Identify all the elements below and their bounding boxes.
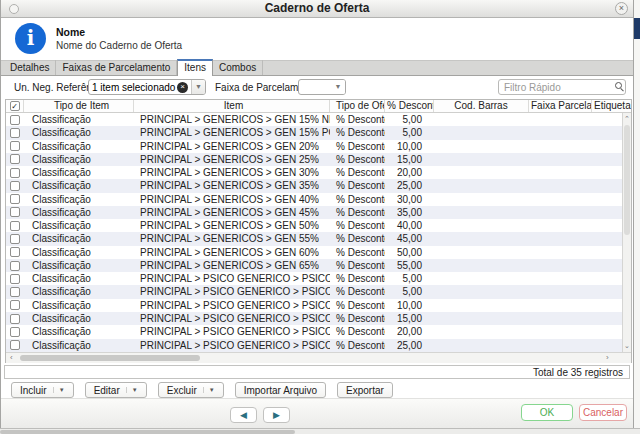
table-row[interactable]: ClassificaçãoPRINCIPAL > GENERICOS > GEN… [6, 166, 622, 179]
page-scroll-thumb[interactable] [0, 430, 295, 434]
tab-bar: Detalhes Faixas de Parcelamento Itens Co… [1, 60, 633, 76]
tab-faixas-de-parcelamento[interactable]: Faixas de Parcelamento [56, 60, 177, 75]
horizontal-scroll-thumb[interactable] [20, 355, 200, 361]
table-row[interactable]: ClassificaçãoPRINCIPAL > GENERICOS > GEN… [6, 179, 622, 192]
column-header-tipo-de-oferta[interactable]: Tipo de Oferta [330, 100, 385, 112]
cell-faixa-parcelamento [529, 272, 592, 285]
table-row[interactable]: ClassificaçãoPRINCIPAL > GENERICOS > GEN… [6, 219, 622, 232]
quick-filter-input[interactable] [498, 79, 626, 95]
row-checkbox[interactable] [10, 314, 20, 324]
previous-page-button[interactable]: ◀ [230, 407, 257, 423]
editar-button[interactable]: Editar▼ [85, 382, 147, 398]
table-row[interactable]: ClassificaçãoPRINCIPAL > PSICO GENERICO … [6, 325, 622, 338]
caret-down-icon[interactable]: ▼ [53, 387, 65, 393]
row-checkbox[interactable] [10, 247, 20, 257]
table-row[interactable]: ClassificaçãoPRINCIPAL > PSICO GENERICO … [6, 299, 622, 312]
table-row[interactable]: ClassificaçãoPRINCIPAL > GENERICOS > GEN… [6, 140, 622, 153]
cell-item: PRINCIPAL > GENERICOS > GEN 30% [134, 166, 330, 179]
row-checkbox[interactable] [10, 234, 20, 244]
chevron-down-icon[interactable]: ▼ [191, 80, 205, 94]
table-row[interactable]: ClassificaçãoPRINCIPAL > GENERICOS > GEN… [6, 113, 622, 126]
cell-item: PRINCIPAL > GENERICOS > GEN 45% [134, 206, 330, 219]
cell-desconto: 45,00 [385, 232, 434, 245]
table-row[interactable]: ClassificaçãoPRINCIPAL > GENERICOS > GEN… [6, 259, 622, 272]
column-header-item[interactable]: Item [134, 100, 330, 112]
vertical-scroll-thumb[interactable] [624, 125, 630, 235]
table-row[interactable]: ClassificaçãoPRINCIPAL > PSICO GENERICO … [6, 312, 622, 325]
column-header-faixa-parcelamento[interactable]: Faixa Parcelamento [529, 100, 592, 112]
incluir-button[interactable]: Incluir▼ [11, 382, 74, 398]
row-checkbox-cell [6, 285, 24, 298]
row-checkbox[interactable] [10, 300, 20, 310]
cell-cod-barras [434, 285, 529, 298]
horizontal-scrollbar[interactable]: ‹ › [6, 352, 631, 363]
select-all-checkbox[interactable]: ✓ [10, 101, 20, 111]
table-row[interactable]: ClassificaçãoPRINCIPAL > GENERICOS > GEN… [6, 193, 622, 206]
cell-tipo-de-oferta: % Desconto [330, 272, 385, 285]
importar-arquivo-button[interactable]: Importar Arquivo [235, 382, 326, 398]
table-row[interactable]: ClassificaçãoPRINCIPAL > PSICO GENERICO … [6, 339, 622, 352]
tab-combos[interactable]: Combos [213, 60, 263, 75]
row-checkbox-cell [6, 232, 24, 245]
table-row[interactable]: ClassificaçãoPRINCIPAL > GENERICOS > GEN… [6, 153, 622, 166]
cell-desconto: 10,00 [385, 299, 434, 312]
chevron-down-icon[interactable]: ▼ [331, 80, 345, 94]
row-checkbox[interactable] [10, 327, 20, 337]
tab-itens[interactable]: Itens [177, 59, 213, 76]
caderno-de-oferta-dialog: Caderno de Oferta × i Nome Nome do Cader… [0, 0, 634, 428]
excluir-button[interactable]: Excluir▼ [158, 382, 224, 398]
row-checkbox[interactable] [10, 154, 20, 164]
row-checkbox-cell [6, 299, 24, 312]
row-checkbox[interactable] [10, 207, 20, 217]
row-checkbox[interactable] [10, 141, 20, 151]
scroll-up-icon[interactable]: ⌃ [623, 115, 631, 123]
close-icon[interactable]: × [615, 2, 628, 15]
row-checkbox[interactable] [10, 340, 20, 350]
page-horizontal-scrollbar[interactable] [0, 428, 640, 434]
cell-cod-barras [434, 113, 529, 126]
row-checkbox[interactable] [10, 128, 20, 138]
caret-down-icon[interactable]: ▼ [203, 387, 215, 393]
scroll-left-icon[interactable]: ‹ [10, 353, 13, 363]
vertical-scrollbar[interactable]: ⌃ ⌄ [622, 113, 631, 352]
cell-faixa-parcelamento [529, 140, 592, 153]
row-checkbox[interactable] [10, 287, 20, 297]
row-checkbox[interactable] [10, 168, 20, 178]
cell-tipo-de-oferta: % Desconto [330, 259, 385, 272]
table-row[interactable]: ClassificaçãoPRINCIPAL > PSICO GENERICO … [6, 272, 622, 285]
faixa-de-parcelamento-select[interactable]: ▼ [298, 79, 346, 95]
clear-icon[interactable]: × [177, 82, 188, 93]
row-checkbox[interactable] [10, 261, 20, 271]
caret-down-icon[interactable]: ▼ [126, 387, 138, 393]
ok-button[interactable]: OK [521, 404, 573, 421]
cell-item: PRINCIPAL > PSICO GENERICO > PSICO ANTIB… [134, 312, 330, 325]
row-checkbox[interactable] [10, 115, 20, 125]
table-row[interactable]: ClassificaçãoPRINCIPAL > GENERICOS > GEN… [6, 246, 622, 259]
cell-tipo-de-oferta: % Desconto [330, 312, 385, 325]
items-table: ✓ Tipo de Item Item Tipo de Oferta % Des… [5, 99, 632, 363]
cell-tipo-de-item: Classificação [24, 140, 134, 153]
column-header-etiqueta[interactable]: Etiqueta [592, 100, 631, 112]
scroll-down-icon[interactable]: ⌄ [623, 342, 631, 350]
un-neg-referencia-select[interactable]: 1 item selecionado × ▼ [88, 79, 206, 95]
tab-detalhes[interactable]: Detalhes [4, 60, 56, 75]
cancel-button[interactable]: Cancelar [579, 404, 627, 421]
table-row[interactable]: ClassificaçãoPRINCIPAL > GENERICOS > GEN… [6, 206, 622, 219]
row-checkbox[interactable] [10, 221, 20, 231]
column-header-cod-barras[interactable]: Cod. Barras [434, 100, 529, 112]
table-row[interactable]: ClassificaçãoPRINCIPAL > GENERICOS > GEN… [6, 126, 622, 139]
column-header-tipo-de-item[interactable]: Tipo de Item [24, 100, 134, 112]
row-checkbox[interactable] [10, 194, 20, 204]
column-header-desconto[interactable]: % Desconto [385, 100, 434, 112]
cell-etiqueta [592, 126, 622, 139]
scroll-right-icon[interactable]: › [606, 353, 609, 363]
row-checkbox[interactable] [10, 274, 20, 284]
next-page-button[interactable]: ▶ [263, 407, 290, 423]
row-checkbox[interactable] [10, 181, 20, 191]
cell-faixa-parcelamento [529, 246, 592, 259]
window-button-icon[interactable] [9, 4, 19, 14]
table-row[interactable]: ClassificaçãoPRINCIPAL > GENERICOS > GEN… [6, 232, 622, 245]
filter-toolbar: Un. Neg. Referência 1 item selecionado ×… [1, 77, 633, 98]
exportar-button[interactable]: Exportar [337, 382, 393, 398]
table-row[interactable]: ClassificaçãoPRINCIPAL > PSICO GENERICO … [6, 285, 622, 298]
